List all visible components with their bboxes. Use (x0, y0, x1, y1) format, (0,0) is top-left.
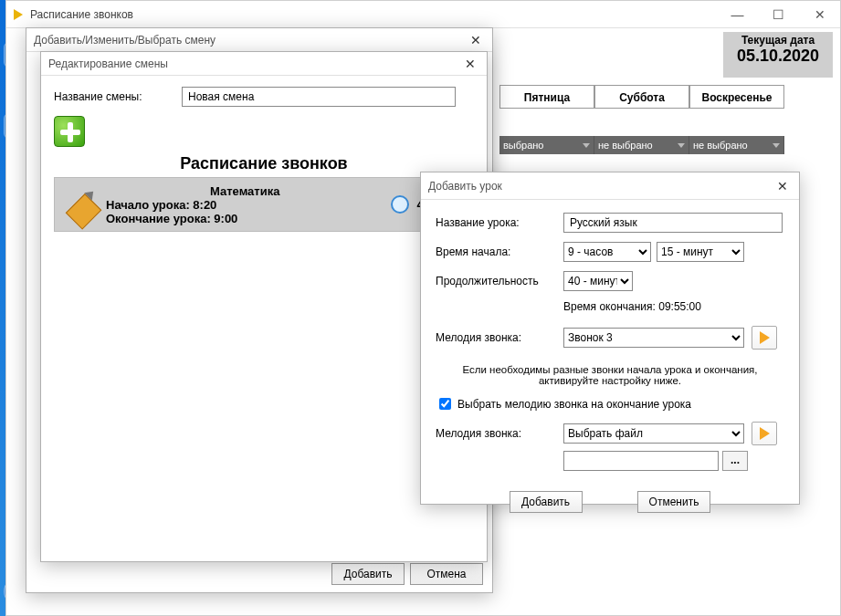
shift-name-input[interactable] (182, 87, 456, 107)
close-icon[interactable]: ✕ (461, 55, 479, 73)
chevron-down-icon (773, 143, 780, 148)
dialog-title: Добавить/Изменить/Выбрать смену (34, 34, 216, 47)
cancel-button[interactable]: Отменить (637, 491, 711, 513)
current-date-value: 05.10.2020 (725, 47, 831, 66)
weekday-header-row: Пятница Суббота Воскресенье (499, 85, 784, 109)
start-time-label: Время начала: (436, 245, 563, 258)
shift-name-label: Название смены: (54, 90, 182, 103)
add-lesson-button[interactable] (54, 116, 85, 147)
lesson-subject: Математика (106, 184, 384, 198)
dialog-titlebar: Добавить урок ✕ (421, 172, 799, 200)
play-icon (760, 427, 770, 440)
cancel-button[interactable]: Отмена (410, 563, 483, 585)
dropdown-value: не выбрано (598, 140, 653, 151)
hours-select[interactable]: 9 - часов (563, 242, 651, 262)
melody-label: Мелодия звонка: (436, 331, 563, 344)
current-date-label: Текущая дата (725, 34, 831, 47)
close-icon[interactable]: ✕ (467, 31, 485, 49)
duration-select[interactable]: 40 - минут (563, 271, 633, 291)
maximize-button[interactable]: ☐ (758, 1, 799, 28)
play-icon (760, 331, 770, 344)
add-button[interactable]: Добавить (331, 563, 405, 585)
melody-path-input[interactable] (563, 451, 719, 471)
hint-text: Если необходимы разные звонки начала уро… (436, 364, 784, 386)
app-icon (14, 9, 23, 20)
lesson-info: Математика Начало урока: 8:20 Окончание … (106, 184, 384, 225)
browse-button[interactable]: ... (722, 451, 748, 471)
melody-select[interactable]: Звонок 3 (563, 328, 744, 348)
minutes-select[interactable]: 15 - минут (657, 242, 744, 262)
lesson-name-label: Название урока: (436, 216, 563, 229)
melody2-label: Мелодия звонка: (436, 427, 563, 440)
melody2-select[interactable]: Выбрать файл (563, 423, 744, 444)
dropdown-value: не выбрано (693, 140, 748, 151)
dialog-titlebar: Добавить/Изменить/Выбрать смену ✕ (26, 28, 492, 52)
play-button[interactable] (752, 326, 777, 350)
weekday-cell: Пятница (499, 85, 594, 109)
schedule-heading: Расписание звонков (54, 154, 474, 173)
play-button[interactable] (752, 422, 777, 445)
add-button[interactable]: Добавить (510, 491, 583, 513)
weekday-dropdown[interactable]: не выбрано (689, 136, 784, 154)
clock-icon (391, 195, 409, 214)
app-title: Расписание звонков (30, 8, 717, 21)
end-melody-checkbox[interactable] (439, 398, 451, 410)
lesson-card[interactable]: Математика Начало урока: 8:20 Окончание … (54, 177, 474, 232)
weekday-dropdown[interactable]: не выбрано (594, 136, 689, 154)
chevron-down-icon (678, 143, 685, 148)
weekday-dropdown-row: выбрано не выбрано не выбрано (499, 136, 784, 154)
weekday-cell: Воскресенье (689, 85, 784, 109)
close-icon[interactable]: ✕ (773, 177, 792, 195)
lesson-end: Окончание урока: 9:00 (106, 212, 384, 225)
end-melody-checkbox-label: Выбрать мелодию звонка на окончание урок… (457, 398, 691, 411)
weekday-cell: Суббота (594, 85, 689, 109)
dialog-title: Редактирование смены (48, 57, 168, 70)
minimize-button[interactable]: — (717, 1, 758, 28)
titlebar: Расписание звонков — ☐ ✕ (6, 1, 840, 28)
edit-icon[interactable] (55, 179, 107, 231)
lesson-start: Начало урока: 8:20 (106, 198, 384, 212)
dialog-title: Добавить урок (428, 180, 502, 193)
current-date-panel: Текущая дата 05.10.2020 (723, 32, 833, 78)
chevron-down-icon (583, 143, 590, 148)
dialog-titlebar: Редактирование смены ✕ (41, 52, 487, 76)
lesson-name-input[interactable] (563, 213, 783, 233)
dropdown-value: выбрано (503, 140, 543, 151)
end-time-text: Время окончания: 09:55:00 (563, 300, 784, 313)
add-lesson-dialog: Добавить урок ✕ Название урока: Время на… (420, 172, 800, 505)
close-button[interactable]: ✕ (799, 1, 840, 28)
duration-label: Продолжительность (436, 275, 563, 287)
weekday-dropdown[interactable]: выбрано (499, 136, 594, 154)
